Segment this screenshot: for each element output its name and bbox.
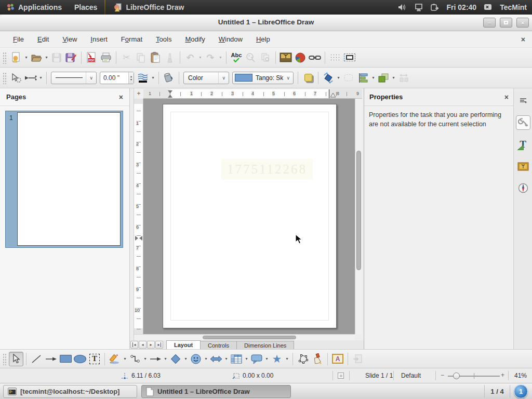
curve-tool-button[interactable] [108,352,122,366]
lines-arrows-dropdown[interactable]: ▾ [163,356,168,361]
rotate-dropdown[interactable]: ▾ [336,75,341,80]
page-thumbnail[interactable]: 1 [5,111,123,248]
spelling-button[interactable]: Abc [229,50,244,65]
menu-window[interactable]: Window [212,33,249,46]
fill-color-select[interactable]: Tango: Sk∨ [232,72,294,84]
deck-navigator-button[interactable] [516,181,530,195]
pages-panel-close-icon[interactable]: × [119,93,123,101]
tab-dimension-lines[interactable]: Dimension Lines [236,341,294,349]
workspace-badge[interactable]: 1 [514,384,528,398]
drawing-canvas[interactable]: 1775112268 [143,99,355,334]
deck-styles-button[interactable]: T [516,137,530,152]
helplines-button[interactable] [342,50,357,65]
callouts-button[interactable] [249,352,264,366]
display-icon[interactable] [415,4,423,11]
lines-arrows-button[interactable] [148,352,163,366]
open-button[interactable] [29,50,44,65]
stars-dropdown[interactable]: ▾ [284,356,290,361]
vertical-margin-marker[interactable] [135,236,142,241]
horizontal-scrollbar[interactable] [134,334,355,340]
fontwork-button[interactable]: A [330,352,345,366]
menu-file[interactable]: File [6,33,31,46]
export-pdf-button[interactable]: PDF [84,50,99,65]
left-margin-marker[interactable] [168,90,172,98]
menu-format[interactable]: Format [114,33,149,46]
insert-image-button[interactable] [278,50,293,65]
vertical-scrollbar[interactable] [355,99,362,334]
taskbar-terminal-window[interactable]: [tecmint@localhost:~/Desktop] [3,385,137,398]
align-objects-button[interactable] [356,71,370,85]
edit-points-mode-button[interactable] [9,71,23,85]
select-tool-button[interactable] [9,352,23,366]
arrange-dropdown[interactable]: ▾ [391,75,396,80]
sidebar-close-icon[interactable]: × [504,93,509,101]
line-style-select[interactable]: ∨ [51,72,97,84]
panel-splitter[interactable] [130,88,134,349]
battery-icon[interactable] [430,4,440,11]
user-label[interactable]: TecMint [500,3,527,11]
page-style[interactable]: Default [401,372,421,379]
clock[interactable]: Fri 02:40 [447,3,477,11]
minimize-button[interactable]: – [483,18,496,28]
insert-chart-button[interactable] [293,50,308,65]
text-tool-button[interactable]: T [87,352,102,366]
zoom-in-icon[interactable]: + [501,371,504,379]
curve-dropdown[interactable]: ▾ [122,356,128,361]
toolbar-grip[interactable] [2,353,7,365]
arrange-button[interactable] [376,71,391,85]
line-color-button[interactable] [136,71,150,85]
menu-edit[interactable]: Edit [31,33,56,46]
zoom-slider-knob[interactable] [453,373,460,379]
first-page-button[interactable]: ◂ [130,341,138,349]
messaging-icon[interactable] [484,4,493,11]
edit-points-button[interactable] [296,352,310,366]
horizontal-ruler[interactable]: 1 1 2 3 4 5 6 7 8 9 [143,89,362,99]
block-arrows-button[interactable] [209,352,223,366]
stars-button[interactable]: ★ [270,352,284,366]
menu-insert[interactable]: Insert [84,33,114,46]
right-margin-marker[interactable] [330,92,336,98]
symbol-shapes-button[interactable] [189,352,203,366]
print-button[interactable] [99,50,113,65]
block-arrows-dropdown[interactable]: ▾ [223,356,229,361]
area-style-button[interactable] [162,71,176,85]
rectangle-tool-button[interactable] [58,352,73,366]
shadow-button[interactable] [301,71,315,85]
connector-tool-button[interactable] [128,352,142,366]
applications-menu[interactable]: Applications [0,0,68,15]
volume-icon[interactable] [398,4,407,11]
line-width-spin-buttons[interactable]: ▴▾ [128,72,134,84]
toolbar-grip[interactable] [2,51,7,64]
new-document-button[interactable] [9,50,23,65]
active-app-indicator[interactable]: LibreOffice Draw [107,0,190,15]
arrow-style-button[interactable] [23,71,38,85]
tab-controls[interactable]: Controls [200,341,237,349]
line-tool-button[interactable] [29,352,44,366]
save-as-button[interactable] [64,50,78,65]
rotate-button[interactable] [321,71,336,85]
new-dropdown[interactable]: ▾ [23,55,29,60]
menu-view[interactable]: View [56,33,84,46]
document-modified-icon[interactable] [338,373,344,379]
vertical-scrollbar-thumb[interactable] [356,151,361,270]
close-document-button[interactable]: × [518,34,528,45]
toolbar-grip[interactable] [2,72,7,84]
taskbar-draw-window[interactable]: Untitled 1 – LibreOffice Draw [141,385,291,398]
zoom-level[interactable]: 41% [514,372,527,379]
close-button[interactable]: × [516,18,529,28]
hyperlink-button[interactable] [308,50,322,65]
symbol-shapes-dropdown[interactable]: ▾ [203,356,209,361]
paste-button[interactable] [148,50,163,65]
window-titlebar[interactable]: Untitled 1 – LibreOffice Draw – × [0,15,532,31]
callouts-dropdown[interactable]: ▾ [264,356,270,361]
previous-page-button[interactable]: ◂ [139,341,147,349]
ellipse-tool-button[interactable] [73,352,87,366]
table-dropdown[interactable]: ▾ [244,356,249,361]
menu-modify[interactable]: Modify [178,33,211,46]
sidebar-settings-button[interactable] [516,94,530,108]
area-style-select[interactable]: Color∨ [183,72,229,84]
align-dropdown[interactable]: ▾ [370,75,376,80]
tab-layout[interactable]: Layout [166,340,201,349]
horizontal-scrollbar-thumb[interactable] [203,336,296,339]
basic-shapes-dropdown[interactable]: ▾ [183,356,189,361]
